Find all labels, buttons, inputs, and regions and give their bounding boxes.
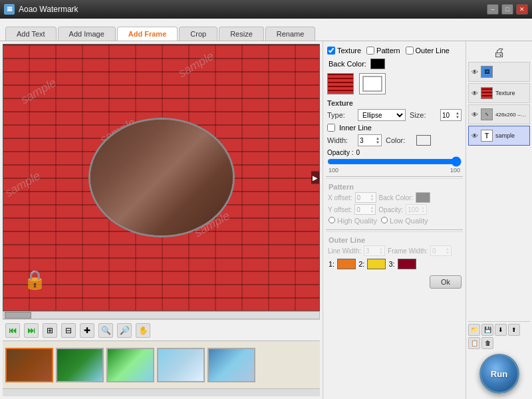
y-offset-spinner[interactable]: 0 ▲ ▼ (354, 204, 376, 215)
layer-item-4[interactable]: 👁 T sample (468, 126, 530, 146)
back-color-row: Back Color: (326, 57, 463, 70)
fit-button[interactable]: ⊞ (43, 323, 57, 338)
y-offset-down[interactable]: ▼ (370, 209, 374, 213)
tab-resize[interactable]: Resize (219, 27, 264, 41)
frame-width-down[interactable]: ▼ (446, 251, 450, 255)
tab-add-frame[interactable]: Add Frame (117, 27, 178, 41)
layer-tool-down[interactable]: ⬇ (495, 324, 507, 336)
x-offset-value: 0 (357, 194, 370, 201)
size-down[interactable]: ▼ (456, 115, 460, 119)
layer-4-eye[interactable]: 👁 (471, 132, 478, 140)
inner-line-checkbox[interactable] (327, 124, 335, 132)
filmstrip-item-4[interactable] (157, 348, 205, 382)
line-width-arrows[interactable]: ▲ ▼ (379, 247, 383, 255)
zoom-out-button[interactable]: 🔎 (117, 323, 132, 338)
line-width-down[interactable]: ▼ (379, 251, 383, 255)
frame-width-arrows[interactable]: ▲ ▼ (446, 247, 450, 255)
x-offset-arrows[interactable]: ▲ ▼ (370, 194, 374, 201)
layer-2-eye[interactable]: 👁 (471, 90, 478, 97)
low-quality-label[interactable]: Low Quality (381, 217, 428, 225)
back-color-label: Back Color: (329, 60, 366, 68)
layer-2-label: Texture (495, 90, 527, 96)
close-button[interactable]: ✕ (516, 4, 528, 15)
layer-3-eye[interactable]: 👁 (471, 111, 478, 118)
minimize-button[interactable]: – (487, 4, 499, 15)
high-quality-label[interactable]: High Quality (329, 217, 377, 225)
maximize-button[interactable]: □ (501, 4, 513, 15)
high-quality-radio[interactable] (329, 217, 335, 223)
canvas-container[interactable]: sample sample sample sample sample 🔒 ▶ (3, 44, 320, 311)
pattern-checkbox[interactable] (366, 47, 374, 55)
printer-icon: 🖨 (493, 46, 505, 60)
texture-preview-2[interactable] (359, 73, 386, 94)
back-color-picker[interactable] (370, 59, 385, 69)
canvas-hscroll-thumb[interactable] (5, 312, 31, 319)
add-button[interactable]: ✚ (80, 323, 94, 338)
color3-swatch[interactable] (398, 259, 416, 269)
x-offset-spinner[interactable]: 0 ▲ ▼ (355, 192, 376, 203)
inner-color-picker[interactable] (416, 135, 431, 146)
tab-rename[interactable]: Rename (265, 27, 316, 41)
layers-panel: 👁 🖼 👁 Texture 👁 ⤡ 426x260 --> 340x208 👁 … (468, 62, 530, 321)
layer-tool-folder[interactable]: 📁 (468, 324, 480, 336)
texture-checkbox-label[interactable]: Texture (327, 47, 361, 55)
pattern-checkbox-label[interactable]: Pattern (366, 47, 400, 55)
opacity-val: 100 (329, 167, 338, 174)
layer-item-2[interactable]: 👁 Texture (468, 83, 530, 103)
canvas-image: sample sample sample sample sample 🔒 (3, 45, 319, 311)
color2-swatch[interactable] (367, 259, 386, 269)
texture-preview-1[interactable] (327, 73, 354, 94)
width-down[interactable]: ▼ (376, 140, 380, 144)
play-start-button[interactable]: ⏮ (5, 323, 20, 338)
opacity2-spinner[interactable]: 100 ▲ ▼ (406, 204, 427, 215)
layer-item-3[interactable]: 👁 ⤡ 426x260 --> 340x208 (468, 104, 530, 124)
frame-width-spinner[interactable]: 0 ▲ ▼ (430, 245, 452, 256)
opacity-slider[interactable] (327, 158, 462, 166)
outer-line-checkbox-label[interactable]: Outer Line (406, 47, 450, 55)
tab-crop[interactable]: Crop (179, 27, 217, 41)
opacity2-arrows[interactable]: ▲ ▼ (421, 205, 425, 213)
layer-2-icon (481, 87, 493, 99)
color1-swatch[interactable] (337, 259, 356, 269)
filmstrip-item-5[interactable] (207, 348, 255, 382)
opacity2-down[interactable]: ▼ (421, 209, 425, 213)
tab-add-image[interactable]: Add Image (58, 27, 116, 41)
width-color-row: Width: 3 ▲ ▼ Color: (326, 133, 463, 148)
layer-4-label: sample (495, 132, 527, 139)
canvas-scroll-right[interactable]: ▶ (311, 172, 319, 184)
filmstrip-item-3[interactable] (106, 348, 154, 382)
layer-item-1[interactable]: 👁 🖼 (468, 62, 530, 82)
hand-tool-button[interactable]: ✋ (136, 323, 150, 338)
filmstrip-item-2[interactable] (56, 348, 104, 382)
layer-tool-save[interactable]: 💾 (481, 324, 493, 336)
width-spinner[interactable]: 3 ▲ ▼ (358, 134, 382, 146)
outer-line-checkbox[interactable] (406, 47, 414, 55)
line-width-spinner[interactable]: 3 ▲ ▼ (364, 245, 385, 256)
title-bar-left: 🖼 Aoao Watermark (4, 4, 78, 15)
layer-tool-up[interactable]: ⬆ (508, 324, 520, 336)
run-button[interactable]: Run (479, 354, 519, 394)
back-color2-picker[interactable] (416, 192, 430, 203)
width-value: 3 (360, 137, 376, 144)
y-offset-arrows[interactable]: ▲ ▼ (370, 205, 374, 213)
tab-add-text[interactable]: Add Text (5, 27, 57, 41)
size-arrows[interactable]: ▲ ▼ (456, 111, 460, 119)
x-offset-down[interactable]: ▼ (370, 198, 374, 201)
layer-tool-delete[interactable]: 🗑 (481, 337, 493, 349)
size-spinner[interactable]: 10 ▲ ▼ (440, 109, 462, 121)
filmstrip-hscroll[interactable] (3, 388, 320, 396)
layer-tool-copy[interactable]: 📋 (468, 337, 480, 349)
layer-1-eye[interactable]: 👁 (471, 68, 478, 76)
type-select[interactable]: Ellipse Rectangle Diamond (358, 109, 406, 121)
type-row: Type: Ellipse Rectangle Diamond Size: 10… (326, 108, 463, 122)
texture-checkbox[interactable] (327, 47, 335, 55)
low-quality-radio[interactable] (381, 217, 388, 223)
width-arrows[interactable]: ▲ ▼ (376, 136, 380, 144)
canvas-hscroll[interactable] (3, 311, 320, 319)
ok-button[interactable]: Ok (430, 275, 462, 289)
zoom-in-button[interactable]: 🔍 (98, 323, 113, 338)
filmstrip-item-1[interactable] (5, 348, 53, 382)
y-offset-value: 0 (356, 206, 370, 213)
actual-size-button[interactable]: ⊟ (61, 323, 76, 338)
play-prev-button[interactable]: ⏭ (24, 323, 39, 338)
